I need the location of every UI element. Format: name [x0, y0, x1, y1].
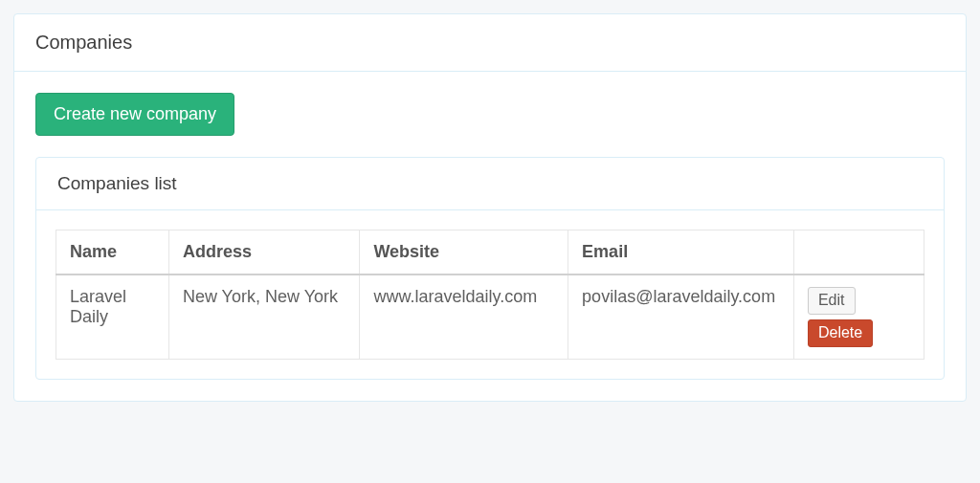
col-header-email: Email [568, 231, 794, 275]
delete-button[interactable]: Delete [808, 319, 873, 347]
table-row: Laravel Daily New York, New York www.lar… [56, 274, 924, 359]
companies-card: Companies Create new company Companies l… [13, 13, 967, 402]
companies-list-title: Companies list [36, 158, 944, 209]
page-title: Companies [14, 14, 966, 71]
companies-list-panel: Companies list Name Address Website Emai… [35, 157, 945, 380]
card-body: Create new company Companies list Name A… [14, 72, 966, 401]
cell-email: povilas@laraveldaily.com [568, 274, 794, 359]
table-header-row: Name Address Website Email [56, 231, 924, 275]
cell-actions: Edit Delete [793, 274, 924, 359]
companies-table: Name Address Website Email Laravel Daily… [56, 230, 924, 360]
cell-website: www.laraveldaily.com [360, 274, 568, 359]
edit-button[interactable]: Edit [808, 287, 856, 315]
col-header-name: Name [56, 231, 169, 275]
col-header-address: Address [168, 231, 360, 275]
cell-name: Laravel Daily [56, 274, 169, 359]
col-header-website: Website [360, 231, 568, 275]
create-company-button[interactable]: Create new company [35, 93, 234, 136]
col-header-actions [793, 231, 924, 275]
cell-address: New York, New York [168, 274, 360, 359]
companies-list-body: Name Address Website Email Laravel Daily… [36, 210, 944, 379]
